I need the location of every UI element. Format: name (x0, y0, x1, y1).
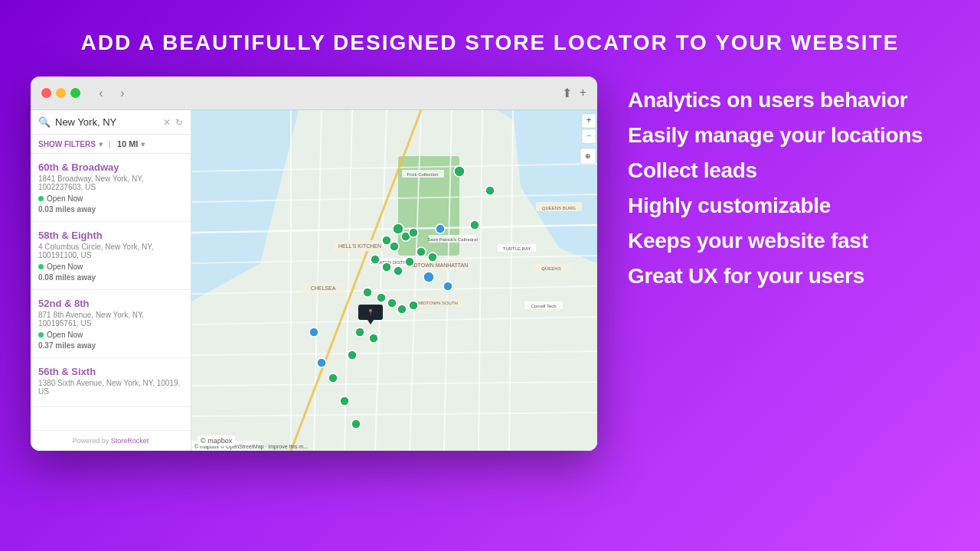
status-text: Open Now (47, 262, 83, 271)
filter-row: SHOW FILTERS ▾ | 10 MI ▾ (31, 135, 191, 154)
svg-point-72 (436, 224, 445, 233)
svg-point-53 (405, 257, 414, 266)
store-sidebar: 🔍 New York, NY ✕ ↻ SHOW FILTERS ▾ | 10 M… (31, 110, 191, 451)
status-text: Open Now (47, 194, 83, 203)
traffic-light-green[interactable] (70, 88, 80, 98)
storerocket-brand: StoreRocket (111, 437, 149, 445)
nav-back-button[interactable]: ‹ (93, 85, 109, 102)
svg-text:Cornell Tech: Cornell Tech (531, 304, 556, 308)
browser-body: 🔍 New York, NY ✕ ↻ SHOW FILTERS ▾ | 10 M… (31, 110, 597, 451)
svg-text:HELL'S KITCHEN: HELL'S KITCHEN (338, 243, 381, 249)
page-title: ADD A BEAUTIFULLY DESIGNED STORE LOCATOR… (81, 31, 900, 55)
traffic-light-yellow[interactable] (56, 88, 66, 98)
map-svg: CHELSEA HELL'S KITCHEN MIDTOWN MANHATTAN… (191, 110, 597, 451)
svg-text:MIDTOWN SOUTH: MIDTOWN SOUTH (418, 301, 458, 305)
status-dot-open (38, 196, 44, 201)
svg-point-60 (409, 301, 418, 310)
filter-label[interactable]: SHOW FILTERS (38, 140, 96, 148)
status-dot-open (38, 332, 44, 337)
location-distance: 0.08 miles away (38, 273, 183, 282)
status-dot-open (38, 264, 44, 269)
svg-text:CHELSEA: CHELSEA (311, 285, 336, 291)
search-bar: 🔍 New York, NY ✕ ↻ (31, 110, 191, 135)
location-status: Open Now (38, 194, 183, 203)
list-item[interactable]: 60th & Broadway 1841 Broadway, New York,… (31, 154, 191, 222)
nav-buttons: ‹ › (93, 85, 131, 102)
nav-forward-button[interactable]: › (114, 85, 131, 102)
svg-point-64 (454, 166, 465, 177)
location-address: 4 Columbus Circle, New York, NY, 1001911… (38, 243, 183, 259)
feature-analytics: Analytics on users behavior (628, 84, 949, 116)
feature-manage: Easily manage your locations (628, 119, 949, 152)
svg-text:MIDTOWN MANHATTAN: MIDTOWN MANHATTAN (408, 262, 469, 268)
svg-point-56 (363, 288, 372, 297)
svg-point-71 (443, 282, 452, 291)
svg-point-54 (416, 247, 426, 256)
status-text: Open Now (47, 331, 83, 339)
location-address: 1841 Broadway, New York, NY, 1002237603,… (38, 174, 183, 191)
svg-point-63 (348, 350, 357, 360)
traffic-light-red[interactable] (41, 88, 51, 98)
mapbox-logo: © mapbox (198, 435, 235, 446)
svg-point-68 (340, 396, 349, 406)
location-address: 871 8th Avenue, New York, NY, 100195761,… (38, 311, 183, 328)
svg-text:QUEENS BURG: QUEENS BURG (542, 206, 577, 210)
filter-distance[interactable]: 10 MI (117, 139, 139, 148)
location-name: 52nd & 8th (38, 298, 183, 309)
svg-point-66 (470, 220, 479, 230)
filter-chevron-icon: ▾ (99, 140, 103, 148)
traffic-lights (41, 88, 80, 98)
feature-leads: Collect leads (628, 155, 949, 187)
location-status: Open Now (38, 331, 183, 339)
toolbar-icons: ⬆ + (562, 86, 586, 100)
browser-window: ‹ › ⬆ + 🔍 New York, NY ✕ ↻ (31, 77, 597, 451)
feature-fast: Keeps your website fast (628, 225, 949, 257)
svg-point-67 (328, 373, 338, 383)
svg-point-62 (369, 334, 378, 343)
map-area[interactable]: CHELSEA HELL'S KITCHEN MIDTOWN MANHATTAN… (191, 110, 597, 451)
svg-point-47 (382, 236, 391, 245)
location-list: 60th & Broadway 1841 Broadway, New York,… (31, 154, 191, 430)
list-item[interactable]: 52nd & 8th 871 8th Avenue, New York, NY,… (31, 290, 191, 358)
feature-ux: Great UX for your users (628, 260, 949, 292)
svg-point-59 (397, 305, 407, 314)
svg-point-55 (428, 253, 437, 262)
svg-text:QUEENS: QUEENS (541, 266, 560, 271)
search-icon: 🔍 (38, 116, 51, 128)
list-item[interactable]: 56th & Sixth 1380 Sixth Avenue, New York… (31, 358, 191, 407)
list-item[interactable]: 58th & Eighth 4 Columbus Circle, New Yor… (31, 222, 191, 290)
content-row: ‹ › ⬆ + 🔍 New York, NY ✕ ↻ (0, 77, 980, 451)
svg-point-48 (390, 242, 399, 251)
share-icon[interactable]: ⬆ (562, 86, 572, 100)
location-name: 56th & Sixth (38, 366, 183, 377)
svg-point-69 (351, 419, 361, 429)
svg-point-58 (387, 298, 397, 308)
svg-point-73 (309, 328, 318, 337)
svg-text:Saint Patrick's Cathedral: Saint Patrick's Cathedral (427, 237, 478, 242)
svg-text:📍: 📍 (367, 308, 374, 316)
search-refresh-icon[interactable]: ↻ (175, 117, 183, 128)
svg-text:+: + (586, 115, 591, 126)
location-status: Open Now (38, 262, 183, 271)
location-distance: 0.37 miles away (38, 341, 183, 350)
feature-customizable: Highly customizable (628, 190, 949, 222)
svg-point-61 (355, 328, 364, 337)
sidebar-footer: Powered by StoreRocket (31, 430, 191, 451)
add-tab-icon[interactable]: + (580, 86, 586, 100)
svg-text:−: − (586, 130, 591, 141)
svg-point-74 (317, 358, 326, 367)
location-address: 1380 Sixth Avenue, New York, NY, 10019, … (38, 379, 183, 396)
svg-point-52 (394, 266, 403, 276)
search-value[interactable]: New York, NY (55, 116, 158, 128)
search-clear-icon[interactable]: ✕ (163, 117, 171, 128)
svg-point-65 (485, 186, 495, 195)
location-name: 60th & Broadway (38, 161, 183, 173)
svg-point-50 (371, 255, 380, 264)
location-name: 58th & Eighth (38, 230, 183, 241)
svg-point-70 (423, 272, 434, 282)
features-list: Analytics on users behavior Easily manag… (628, 77, 949, 292)
svg-point-51 (382, 262, 391, 272)
svg-point-57 (377, 293, 386, 302)
svg-point-49 (409, 228, 418, 237)
browser-toolbar: ‹ › ⬆ + (31, 77, 597, 110)
